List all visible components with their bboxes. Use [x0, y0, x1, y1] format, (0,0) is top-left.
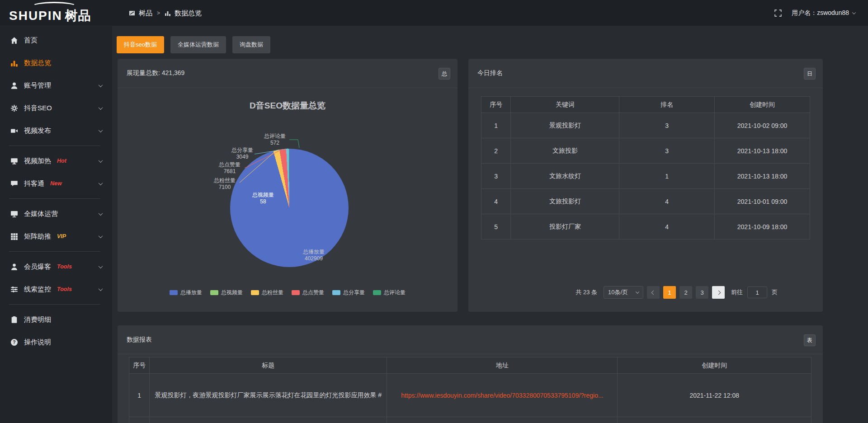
breadcrumb: 树品 > 数据总览	[129, 0, 202, 26]
legend-label: 总播放量	[180, 289, 202, 296]
sidebar-item-video-heating[interactable]: 视频加热Hot	[0, 150, 112, 172]
legend-label: 总分享量	[343, 289, 365, 296]
table-cell: 景观投影灯	[511, 113, 619, 138]
report-panel-header: 数据报表 表	[118, 325, 823, 354]
breadcrumb-root[interactable]: 树品	[139, 9, 152, 18]
sidebar-item-member-baoke[interactable]: 会员爆客Tools	[0, 255, 112, 278]
sidebar-item-video-publish[interactable]: 视频发布	[0, 119, 112, 142]
chevron-left-icon	[651, 290, 656, 295]
chevron-down-icon	[99, 264, 103, 268]
title-cell: 景观投影灯，夜游景观投影灯厂家展示展示落花灯在花园里的灯光投影应用效果 #	[150, 374, 387, 417]
table-view-button[interactable]: 表	[804, 334, 816, 346]
sidebar-item-label: 操作说明	[24, 338, 51, 347]
chevron-down-icon	[99, 128, 103, 132]
table-cell: 文旅投影	[511, 138, 619, 164]
sliders-icon	[10, 286, 18, 293]
table-cell: 文旅水纹灯	[511, 164, 619, 189]
total-view-button[interactable]: 总	[439, 68, 450, 80]
daily-view-button[interactable]: 日	[804, 68, 816, 80]
sidebar: 首页数据总览账号管理抖音SEO视频发布视频加热Hot抖客通New全媒体运营矩阵助…	[0, 26, 112, 423]
table-cell: 4	[619, 189, 715, 214]
column-header: 标题	[150, 357, 387, 374]
report-link[interactable]: https://www.iesdouyin.com/share/video/70…	[401, 392, 604, 399]
sidebar-item-consumption-detail[interactable]: 消费明细	[0, 308, 112, 331]
impressions-total: 展现量总数: 421,369	[127, 59, 184, 88]
page-size-select[interactable]: 10条/页	[604, 286, 643, 299]
index-cell: 1	[129, 374, 150, 417]
data-tabs: 抖音seo数据全媒体运营数据询盘数据	[117, 36, 270, 53]
page-button-1[interactable]: 1	[663, 286, 676, 299]
table-cell	[129, 417, 150, 423]
chevron-down-icon	[99, 105, 103, 110]
bar-chart-icon	[10, 59, 18, 67]
badge: Tools	[57, 263, 72, 270]
sidebar-item-account-management[interactable]: 账号管理	[0, 74, 112, 97]
page-button-2[interactable]: 2	[679, 286, 692, 299]
table-cell: 3	[481, 164, 511, 189]
table-row	[129, 417, 811, 423]
breadcrumb-separator: >	[157, 10, 160, 16]
report-panel: 数据报表 表 序号标题地址创建时间1景观投影灯，夜游景观投影灯厂家展示展示落花灯…	[118, 325, 823, 423]
legend-item-2[interactable]: 总视频量	[210, 289, 243, 296]
sidebar-item-douketong[interactable]: 抖客通New	[0, 172, 112, 195]
member-icon	[10, 263, 18, 271]
legend-item-4[interactable]: 总点赞量	[292, 289, 324, 296]
sidebar-menu: 首页数据总览账号管理抖音SEO视频发布视频加热Hot抖客通New全媒体运营矩阵助…	[0, 26, 112, 353]
topbar-right: 用户名：zswodun88	[774, 0, 855, 26]
table-row: 3文旅水纹灯12021-10-13 18:00	[481, 164, 810, 189]
topbar: SHUPIN树品 树品 > 数据总览 用户名：zswodun88	[0, 0, 868, 26]
legend-label: 总粉丝量	[262, 289, 283, 296]
fullscreen-icon[interactable]	[774, 9, 782, 17]
user-menu[interactable]: 用户名：zswodun88	[792, 9, 855, 17]
sidebar-item-label: 会员爆客	[24, 263, 51, 271]
table-cell: 2	[481, 138, 511, 164]
ranking-panel-header: 今日排名 日	[468, 59, 823, 88]
column-header: 序号	[481, 97, 511, 113]
pie-graphic	[230, 149, 349, 267]
brand-icon	[129, 10, 135, 16]
sidebar-item-label: 抖客通	[24, 179, 44, 188]
gear-icon	[10, 104, 18, 112]
table-row: 2文旅投影32021-10-13 18:00	[481, 138, 810, 164]
sidebar-item-matrix-boost[interactable]: 矩阵助推VIP	[0, 225, 112, 248]
legend-item-6[interactable]: 总评论量	[373, 289, 406, 296]
column-header: 关键词	[511, 97, 619, 113]
legend-swatch	[373, 290, 381, 295]
tab-3[interactable]: 询盘数据	[232, 36, 270, 53]
table-cell	[387, 417, 618, 423]
table-cell: 1	[619, 164, 715, 189]
jump-prefix-label: 前往	[731, 288, 743, 296]
page-jump-input[interactable]	[747, 287, 767, 298]
table-header-row: 序号标题地址创建时间	[129, 357, 811, 374]
column-header: 创建时间	[618, 357, 811, 374]
table-cell: 文旅投影灯	[511, 189, 619, 214]
next-page-button[interactable]	[712, 286, 725, 299]
prev-page-button[interactable]	[647, 286, 660, 299]
legend-swatch	[170, 290, 178, 295]
sidebar-item-douyin-seo[interactable]: 抖音SEO	[0, 97, 112, 119]
sidebar-item-label: 数据总览	[24, 59, 51, 67]
table-cell: 投影灯厂家	[511, 214, 619, 240]
logo-cjk: 树品	[65, 9, 91, 23]
table-row: 5投影灯厂家42021-10-09 18:00	[481, 214, 810, 240]
sidebar-item-label: 视频加热	[24, 157, 51, 165]
sidebar-item-home[interactable]: 首页	[0, 29, 112, 52]
legend-item-5[interactable]: 总分享量	[332, 289, 365, 296]
sidebar-item-lead-monitor[interactable]: 线索监控Tools	[0, 278, 112, 301]
divider	[9, 304, 100, 305]
chevron-down-icon	[99, 181, 103, 185]
badge: New	[50, 180, 62, 187]
page-button-3[interactable]: 3	[696, 286, 708, 299]
sidebar-item-omni-media[interactable]: 全媒体运营	[0, 202, 112, 225]
tab-2[interactable]: 全媒体运营数据	[170, 36, 226, 53]
pie-label-comments: 总评论量572	[260, 133, 289, 146]
tab-1[interactable]: 抖音seo数据	[117, 36, 164, 53]
legend-item-1[interactable]: 总播放量	[170, 289, 202, 296]
legend-swatch	[332, 290, 340, 295]
sidebar-item-data-overview[interactable]: 数据总览	[0, 52, 112, 74]
sidebar-item-operation-guide[interactable]: ?操作说明	[0, 331, 112, 353]
table-cell: 3	[619, 138, 715, 164]
table-cell: 2021-10-13 18:00	[715, 138, 810, 164]
legend-item-3[interactable]: 总粉丝量	[251, 289, 283, 296]
column-header: 地址	[387, 357, 618, 374]
